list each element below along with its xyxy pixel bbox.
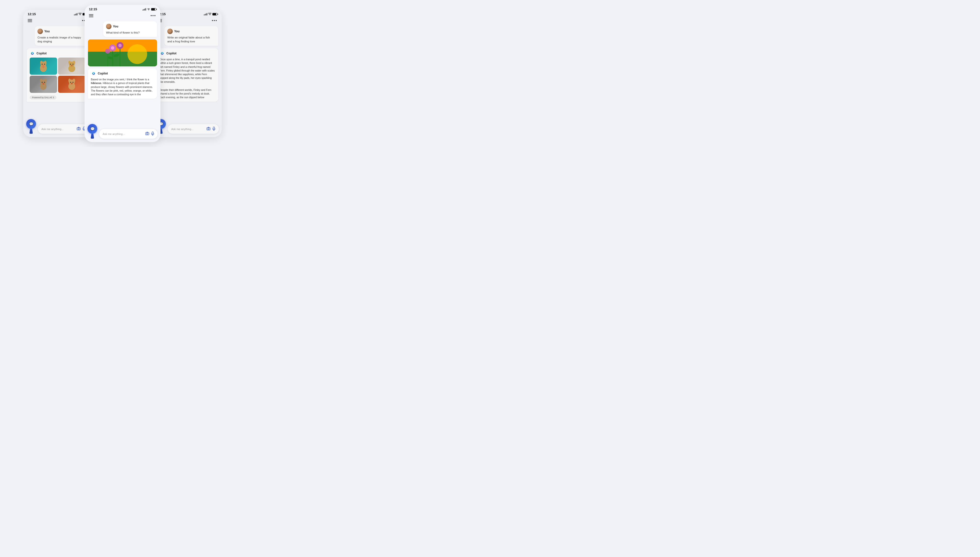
user-avatar xyxy=(37,29,43,34)
left-fab-drip xyxy=(29,129,33,134)
menu-icon[interactable] xyxy=(28,19,32,22)
center-chat-area: You What kind of flower is this? xyxy=(85,20,161,103)
svg-point-6 xyxy=(44,64,45,65)
right-nav-bar: ••• xyxy=(153,17,222,24)
svg-point-29 xyxy=(70,82,71,83)
left-input-bar[interactable]: Ask me anything... xyxy=(38,124,89,134)
center-status-icons xyxy=(143,8,156,11)
svg-point-44 xyxy=(111,46,114,50)
right-user-bubble: You Write an original fable about a fish… xyxy=(164,26,218,46)
camera-icon[interactable] xyxy=(77,127,81,131)
right-mic-icon[interactable] xyxy=(212,127,215,131)
svg-point-52 xyxy=(147,133,148,135)
svg-rect-8 xyxy=(42,65,44,68)
svg-point-56 xyxy=(162,53,163,54)
center-menu-icon[interactable] xyxy=(89,14,93,17)
left-input-wrapper: 💬 Ask me anything... xyxy=(23,117,92,137)
right-phone: 12:15 xyxy=(153,10,222,137)
left-user-name: You xyxy=(44,29,50,33)
center-nav-bar: ••• xyxy=(85,12,161,20)
left-chat-area: You Create a realistic image of a happy … xyxy=(23,24,92,106)
svg-point-58 xyxy=(208,128,209,130)
left-input-placeholder: Ask me anything... xyxy=(41,128,77,130)
center-copilot-name: Copilot xyxy=(98,72,108,75)
dog-image-2 xyxy=(58,57,86,75)
right-signal-icon xyxy=(204,13,208,15)
wifi-icon xyxy=(78,13,81,16)
svg-rect-53 xyxy=(152,132,153,134)
svg-point-11 xyxy=(68,61,71,64)
right-user-message: Write an original fable about a fish and… xyxy=(167,36,215,43)
center-copilot-bubble: Copilot Based on the image you sent, I t… xyxy=(88,68,157,99)
center-phone: 12:15 xyxy=(85,5,161,142)
left-phone: 12:15 xyxy=(23,10,92,137)
right-camera-icon[interactable] xyxy=(207,127,210,131)
svg-point-30 xyxy=(73,82,73,83)
left-time: 12:15 xyxy=(28,12,36,16)
right-copilot-response-2: Despite their different worlds, Finley a… xyxy=(160,88,215,99)
center-user-header: You xyxy=(106,24,154,29)
right-copilot-response: Once upon a time, in a tranquil pond nes… xyxy=(160,57,215,84)
right-battery-icon xyxy=(212,13,217,15)
left-copilot-bubble: Copilot xyxy=(27,48,88,102)
copilot-logo xyxy=(30,51,35,56)
center-user-avatar xyxy=(106,24,111,29)
left-nav-bar: ••• xyxy=(23,17,92,24)
right-input-bar[interactable]: Ask me anything... xyxy=(168,124,219,134)
left-user-message: Create a realistic image of a happy dog … xyxy=(37,36,86,43)
right-status-icons xyxy=(204,13,218,16)
center-copilot-logo xyxy=(91,71,96,76)
center-input-placeholder: Ask me anything... xyxy=(103,132,145,135)
svg-rect-17 xyxy=(72,69,73,72)
left-user-bubble: You Create a realistic image of a happy … xyxy=(34,26,88,46)
svg-rect-59 xyxy=(213,127,215,129)
center-copilot-header: Copilot xyxy=(91,71,154,76)
svg-point-39 xyxy=(127,44,147,64)
center-user-bubble: You What kind of flower is this? xyxy=(103,21,157,37)
center-wifi-icon xyxy=(147,8,150,11)
center-input-wrapper: 💬 Ask me anything... xyxy=(85,122,161,142)
svg-point-14 xyxy=(73,64,73,65)
svg-point-47 xyxy=(105,49,110,54)
center-user-name: You xyxy=(113,25,118,28)
center-input-bar[interactable]: Ask me anything... xyxy=(99,129,158,138)
signal-icon xyxy=(74,13,78,15)
dog-image-1 xyxy=(30,57,57,75)
svg-point-12 xyxy=(73,61,75,64)
right-copilot-header: Copilot xyxy=(160,51,215,56)
center-more-options-icon[interactable]: ••• xyxy=(150,13,156,18)
svg-point-23 xyxy=(44,82,45,83)
right-user-name: You xyxy=(174,29,179,33)
dog-image-grid xyxy=(30,57,86,93)
left-copilot-name: Copilot xyxy=(36,52,47,55)
svg-point-46 xyxy=(118,44,122,47)
center-fab-button[interactable]: 💬 xyxy=(88,124,97,134)
svg-point-0 xyxy=(32,53,33,54)
right-input-wrapper: 💬 Ask me anything... xyxy=(153,117,222,137)
right-user-avatar xyxy=(167,29,173,34)
center-input-icons xyxy=(145,132,154,136)
right-user-header: You xyxy=(167,29,215,34)
right-status-bar: 12:15 xyxy=(153,10,222,17)
svg-point-50 xyxy=(93,73,94,74)
center-fab-drip xyxy=(91,134,94,138)
right-copilot-name: Copilot xyxy=(166,52,176,55)
center-battery-icon xyxy=(151,8,156,11)
center-signal-icon xyxy=(143,8,146,11)
right-chat-area: You Write an original fable about a fish… xyxy=(153,24,222,106)
svg-point-24 xyxy=(42,83,44,85)
center-status-bar: 12:15 xyxy=(85,5,161,12)
right-more-options-icon[interactable]: ••• xyxy=(212,18,217,23)
right-copilot-bubble: Copilot Once upon a time, in a tranquil … xyxy=(156,48,218,102)
svg-rect-16 xyxy=(70,69,72,72)
svg-point-13 xyxy=(70,64,71,65)
center-time: 12:15 xyxy=(89,7,97,11)
center-user-message: What kind of flower is this? xyxy=(106,31,154,34)
svg-point-5 xyxy=(42,64,42,65)
left-user-header: You xyxy=(37,29,86,34)
center-mic-icon[interactable] xyxy=(151,132,154,136)
powered-badge: Powered by DALL•E 3 xyxy=(30,96,56,99)
dog-image-4 xyxy=(58,76,86,93)
left-fab-button[interactable]: 💬 xyxy=(26,119,36,129)
center-camera-icon[interactable] xyxy=(145,132,149,136)
